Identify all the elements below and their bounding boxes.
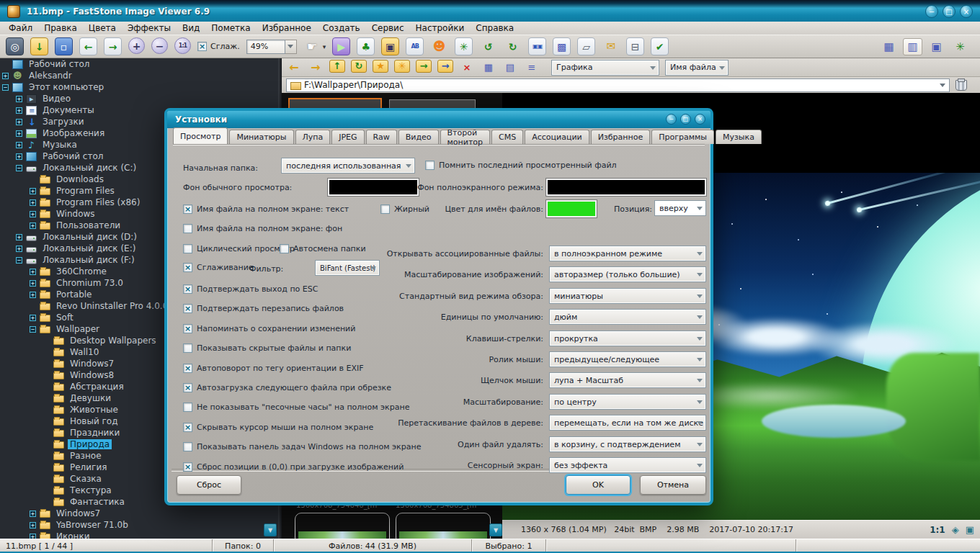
address-dropdown-arrow[interactable] bbox=[937, 81, 948, 90]
maximize-button[interactable]: □ bbox=[680, 114, 691, 125]
menu-item-edit[interactable]: Правка bbox=[38, 22, 83, 35]
file-filter-select[interactable]: Графика bbox=[551, 60, 659, 76]
refresh-folder-icon[interactable]: ↻ bbox=[351, 60, 367, 73]
expand-icon[interactable]: + bbox=[16, 107, 22, 114]
checkbox[interactable]: × bbox=[183, 304, 192, 313]
windowed-view-icon[interactable]: ▥ bbox=[903, 38, 922, 55]
start-folder-select[interactable]: последняя использованная bbox=[281, 158, 415, 174]
tab-3[interactable]: Лупа bbox=[295, 130, 331, 144]
position-select[interactable]: вверху bbox=[654, 200, 706, 216]
expand-icon[interactable]: + bbox=[30, 269, 36, 275]
thumbnails-view-icon[interactable]: ▦ bbox=[481, 60, 496, 76]
wallpaper-icon[interactable]: ▩ bbox=[553, 37, 571, 55]
smoothing-option[interactable]: × Сглаживание bbox=[183, 263, 254, 272]
checkbox[interactable] bbox=[183, 244, 192, 253]
tab-4[interactable]: JPEG bbox=[331, 130, 364, 144]
tab-5[interactable]: Raw bbox=[366, 130, 397, 144]
fullscreen-bg-swatch[interactable] bbox=[546, 179, 706, 196]
reset-button[interactable]: Сброс bbox=[177, 475, 241, 495]
close-button[interactable]: × bbox=[695, 114, 705, 125]
smoothing-checkbox[interactable]: × bbox=[197, 42, 207, 51]
checkbox[interactable] bbox=[425, 161, 435, 170]
tree-item[interactable]: Рабочий стол bbox=[0, 58, 278, 70]
favorites-folder-icon[interactable]: ★ bbox=[373, 60, 388, 73]
collapse-icon[interactable]: − bbox=[30, 326, 36, 333]
tree-item[interactable]: −Этот компьютер bbox=[0, 81, 278, 93]
expand-icon[interactable]: + bbox=[30, 188, 36, 194]
option-select[interactable]: в полноэкранном режиме bbox=[549, 246, 706, 261]
tab-7[interactable]: Второй монитор bbox=[440, 130, 490, 144]
expand-icon[interactable]: + bbox=[30, 222, 36, 229]
checkbox[interactable]: × bbox=[183, 263, 192, 272]
up-folder-icon[interactable]: ↑ bbox=[329, 60, 345, 73]
tree-scroll-down-button[interactable]: ▼ bbox=[264, 523, 277, 536]
fullscreen-filename-bg-option[interactable]: Имя файла на полном экране: фон bbox=[183, 224, 342, 233]
forward-icon[interactable]: → bbox=[308, 60, 324, 76]
expand-icon[interactable]: + bbox=[16, 142, 22, 148]
tab-2[interactable]: Миниатюры bbox=[229, 130, 293, 144]
option-select[interactable]: дюйм bbox=[549, 309, 706, 325]
menu-item-settings[interactable]: Настройки bbox=[410, 22, 471, 35]
checkbox[interactable] bbox=[183, 224, 192, 233]
expand-icon[interactable]: + bbox=[30, 292, 36, 298]
dialog-title-bar[interactable]: Установки −□× bbox=[167, 111, 710, 128]
expand-icon[interactable]: + bbox=[16, 234, 22, 240]
tab-8[interactable]: CMS bbox=[491, 130, 523, 144]
scan-icon[interactable]: ▱ bbox=[577, 37, 595, 55]
image-view-icon[interactable]: ▣ bbox=[927, 38, 946, 55]
smoothing-toggle[interactable]: × Сглаж. bbox=[197, 42, 240, 51]
tree-item[interactable]: +Иконки bbox=[0, 531, 278, 539]
option-select[interactable]: по центру bbox=[549, 394, 706, 410]
expand-icon[interactable]: + bbox=[30, 511, 36, 517]
copy-to-folder-icon[interactable]: → bbox=[437, 60, 453, 73]
tree-item[interactable]: +Aleksandr bbox=[0, 70, 278, 81]
tab-6[interactable]: Видео bbox=[398, 130, 439, 144]
list-view-icon[interactable]: ≡ bbox=[524, 60, 540, 76]
browser-view-icon[interactable]: ▦ bbox=[879, 38, 899, 55]
menu-item-tag[interactable]: Пометка bbox=[205, 22, 256, 35]
print-icon[interactable]: ⊟ bbox=[626, 37, 644, 55]
recycle-bin-icon[interactable] bbox=[956, 80, 967, 91]
option-checkbox-row[interactable]: Показывать скрытые файлы и папки bbox=[183, 343, 351, 353]
title-bar[interactable]: 11.bmp - FastStone Image Viewer 6.9 −□× bbox=[0, 0, 980, 22]
expand-icon[interactable]: + bbox=[16, 246, 22, 252]
menu-item-colors[interactable]: Цвета bbox=[83, 22, 122, 35]
menu-item-create[interactable]: Создать bbox=[317, 22, 366, 35]
checkbox[interactable]: × bbox=[183, 383, 192, 392]
draw-board-icon[interactable]: АВ bbox=[406, 37, 424, 55]
option-select[interactable]: миниатюры bbox=[549, 288, 706, 304]
checkbox[interactable] bbox=[280, 244, 289, 253]
tree-item[interactable]: +Видео bbox=[0, 93, 278, 104]
expand-icon[interactable]: + bbox=[30, 211, 36, 217]
sort-by-select[interactable]: Имя файла bbox=[665, 60, 729, 76]
zoom-dropdown-arrow[interactable] bbox=[285, 40, 297, 54]
next-image-icon[interactable]: → bbox=[104, 37, 122, 55]
ok-button[interactable]: OK bbox=[566, 475, 631, 495]
expand-icon[interactable]: + bbox=[16, 119, 22, 125]
option-checkbox-row[interactable]: ×Автоповорот по тегу ориентации в EXIF bbox=[183, 364, 364, 373]
open-folder-icon[interactable]: ↓ bbox=[30, 37, 48, 55]
zoom-level-select[interactable]: 49% bbox=[246, 40, 297, 54]
expand-icon[interactable]: + bbox=[30, 280, 36, 287]
minimize-button[interactable]: − bbox=[925, 5, 938, 18]
menu-item-help[interactable]: Справка bbox=[470, 22, 520, 35]
external-programs-icon[interactable]: ✔ bbox=[651, 37, 669, 55]
acquire-icon[interactable]: ◎ bbox=[6, 37, 24, 55]
checkbox[interactable] bbox=[183, 403, 192, 412]
checkbox[interactable] bbox=[183, 343, 192, 353]
details-view-icon[interactable]: ▤ bbox=[502, 60, 518, 76]
cancel-button[interactable]: Отмена bbox=[640, 475, 706, 495]
expand-icon[interactable]: + bbox=[30, 199, 36, 206]
option-select[interactable]: без эффекта bbox=[549, 457, 706, 473]
collapse-icon[interactable]: − bbox=[16, 257, 22, 264]
tab-11[interactable]: Программы bbox=[651, 130, 714, 144]
back-icon[interactable]: ← bbox=[286, 60, 302, 76]
option-select[interactable]: лупа + Масштаб bbox=[549, 372, 706, 388]
checkbox[interactable]: × bbox=[183, 462, 192, 472]
checkbox[interactable]: × bbox=[183, 423, 192, 432]
slideshow-icon[interactable]: ▶ bbox=[332, 37, 350, 55]
fit-window-icon[interactable]: ▣ bbox=[966, 524, 974, 535]
collapse-icon[interactable]: − bbox=[16, 165, 22, 171]
tab-1[interactable]: Просмотр bbox=[173, 127, 228, 144]
previous-image-icon[interactable]: ← bbox=[79, 37, 97, 55]
